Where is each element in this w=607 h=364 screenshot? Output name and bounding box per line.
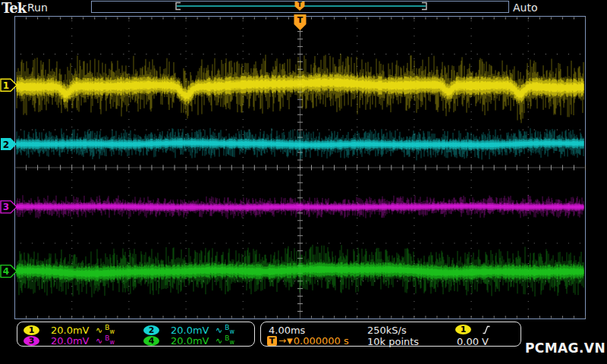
watermark-label: PCMAG.VN [525,340,605,356]
ch2-position-marker: 2 [1,138,17,150]
ch1-readout: 1 20.0mV ∿ Bw [24,325,115,335]
horizontal-trigger-readout-box: 4.00ms 250kS/s 1 T → ▼ 0.000000 s 10k po… [260,322,521,347]
channel-marker-number: 3 [3,202,9,212]
channel-marker-number: 4 [3,266,9,277]
triangle-down-icon: ▼ [287,337,293,345]
ch4-readout: 4 20.0mV ∿ Bw [143,335,234,346]
record-trigger-symbol: T [297,2,302,8]
trigger-t-icon: T [267,336,277,346]
ch3-badge: 3 [24,336,39,346]
channel-position-markers: 1234 [1,79,17,277]
readout-bar: 1 20.0mV ∿ Bw 2 20.0mV ∿ Bw 3 20.0mV [0,322,607,349]
ch3-readout: 3 20.0mV ∿ Bw [24,335,115,346]
ch2-readout: 2 20.0mV ∿ Bw [143,325,234,335]
ch4-coupling-bw-icon: ∿ Bw [215,336,234,346]
ch1-coupling-bw-icon: ∿ Bw [96,325,115,335]
ch1-badge: 1 [24,325,39,335]
acquisition-state: Run [27,2,48,14]
ch4-badge: 4 [143,336,159,346]
trigger-level-readout: 0.00 V [457,336,489,347]
trigger-source-badge: 1 [455,325,471,334]
ch3-coupling-bw-icon: ∿ Bw [96,336,115,346]
record-length-readout: 10k points [367,336,419,347]
trigger-position-readout: T → ▼ 0.000000 s [267,335,349,346]
waveform-display: 1234 T [0,13,586,320]
ch2-badge: 2 [143,325,159,335]
ch2-scale: 20.0mV [171,325,215,336]
vertical-readout-box: 1 20.0mV ∿ Bw 2 20.0mV ∿ Bw 3 20.0mV [17,322,255,347]
ch1-scale: 20.0mV [51,325,96,336]
trigger-marker-symbol: T [297,15,304,25]
trigger-slope-rising-icon [483,325,490,335]
ch3-scale: 20.0mV [51,335,96,347]
ch2-coupling-bw-icon: ∿ Bw [215,325,234,335]
arrow-right-icon: → [278,335,286,346]
channel-marker-number: 1 [3,80,9,91]
oscilloscope-screen: Tek Run T Auto 1234 T 1 20.0mV ∿ [0,0,607,364]
ch4-position-marker: 4 [1,265,17,278]
record-view-graphic: T [92,2,507,11]
ch3-position-marker: 3 [1,201,17,213]
channel-marker-number: 2 [3,140,9,150]
trigger-mode-label: Auto [513,2,538,14]
sample-rate-readout: 250kS/s [367,325,407,336]
ch1-position-marker: 1 [1,79,17,91]
record-view-bar: T [91,1,509,13]
trigger-position-value: 0.000000 s [294,335,349,347]
ch4-scale: 20.0mV [171,335,215,347]
